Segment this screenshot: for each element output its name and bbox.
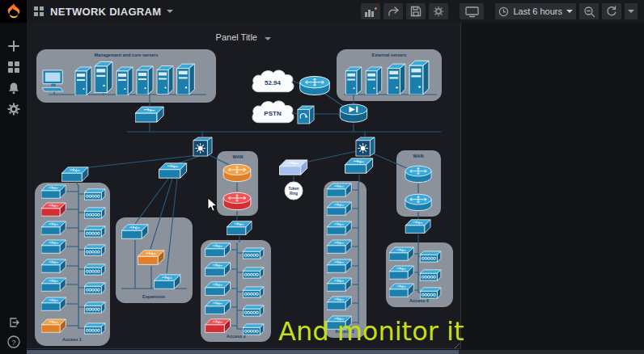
help-button[interactable]: ? (5, 333, 23, 351)
hub-icon (84, 226, 105, 237)
bell-icon (7, 82, 20, 95)
add-panel-button[interactable] (361, 3, 380, 19)
hub-icon (84, 189, 105, 200)
share-icon (388, 6, 400, 17)
network-diagram-panel: Panel Title (27, 23, 461, 349)
tv-monitor-icon (465, 6, 479, 18)
switch-icon (205, 243, 231, 257)
configuration-button[interactable] (5, 100, 23, 118)
switch-icon (280, 160, 307, 175)
help-glyph: ? (11, 338, 15, 347)
save-icon (410, 6, 422, 17)
server-icon (366, 67, 381, 95)
hub-icon (243, 306, 264, 316)
gear-icon (433, 6, 444, 17)
token-ring-label: Ring (290, 192, 298, 196)
switch-icon (205, 263, 231, 276)
gateway-router-icon (340, 104, 366, 122)
share-button[interactable] (383, 3, 403, 19)
server-icon (345, 67, 361, 95)
refresh-icon (606, 6, 617, 17)
add-panel-icon (364, 6, 377, 18)
sidebar-bottom-menu: ? (0, 314, 27, 351)
switch-icon (41, 278, 66, 291)
cloud-label: PSTN (264, 110, 282, 117)
hub-icon (84, 264, 105, 275)
switch-icon (389, 247, 413, 260)
switch-icon (327, 240, 351, 253)
zoom-out-button[interactable] (579, 3, 599, 19)
annotation-text: And monitor it (278, 316, 464, 347)
alerting-button[interactable] (5, 79, 23, 97)
switch-icon (205, 282, 231, 296)
switch-icon (327, 202, 351, 215)
navbar: NETWORK DIAGRAM (27, 0, 644, 23)
grafana-logo[interactable] (0, 0, 27, 23)
clock-icon (498, 6, 509, 17)
voice-gateway-icon (298, 106, 314, 124)
router-icon (223, 164, 251, 181)
group-label: Expansion (142, 294, 165, 299)
switch-icon (327, 183, 351, 196)
group-label: Management and core servers (94, 53, 158, 57)
switch-icon (327, 297, 351, 310)
hub-icon (420, 288, 441, 298)
server-icon (95, 61, 112, 92)
hub-icon (84, 302, 105, 313)
server-icon (177, 64, 195, 95)
hub-icon (84, 323, 105, 334)
server-icon (409, 61, 429, 95)
switch-icon (138, 251, 164, 265)
switch-icon (41, 221, 66, 234)
switch-icon (389, 266, 413, 279)
sign-out-icon (7, 316, 20, 329)
group-label: External servers (372, 53, 407, 57)
switch-icon (41, 297, 66, 310)
dashboard-grid-icon (33, 6, 44, 17)
sign-out-button[interactable] (5, 314, 23, 331)
panel-title: Panel Title (216, 32, 257, 42)
hub-icon (84, 208, 105, 218)
group-label: Access 4 (409, 298, 430, 303)
token-ring-label: Token (289, 187, 299, 191)
refresh-button[interactable] (602, 3, 621, 19)
switch-icon (327, 278, 351, 291)
navbar-left: NETWORK DIAGRAM (33, 6, 173, 18)
switch-icon (41, 203, 66, 216)
cloud-label: 52.94 (265, 79, 282, 86)
dashboard-title-caret-icon[interactable] (167, 10, 173, 13)
panel-menu-caret-icon (265, 37, 271, 40)
hub-icon (420, 270, 441, 280)
next-panel-row-edge (27, 350, 644, 354)
hub-icon (243, 287, 264, 297)
panel-settings-button[interactable] (429, 3, 448, 19)
switch-icon (41, 259, 66, 272)
time-range-label: Last 6 hours (513, 6, 562, 16)
switch-icon (327, 259, 351, 272)
refresh-interval-dropdown[interactable] (625, 3, 638, 19)
switch-icon (154, 275, 180, 289)
zoom-out-icon (583, 6, 595, 18)
cycle-view-button[interactable] (460, 3, 484, 19)
plus-icon (7, 40, 20, 53)
time-range-picker[interactable]: Last 6 hours (495, 3, 576, 19)
help-icon: ? (6, 335, 21, 349)
switch-icon (227, 221, 252, 235)
server-icon (75, 67, 91, 95)
create-button[interactable] (5, 37, 23, 55)
grafana-app: ? NETWORK DIAGRAM (0, 0, 644, 354)
panel-header[interactable]: Panel Title (27, 29, 460, 44)
dashboard-title[interactable]: NETWORK DIAGRAM (50, 6, 161, 18)
save-button[interactable] (406, 3, 426, 19)
hub-icon (243, 268, 264, 278)
group-label: WAN (233, 154, 244, 159)
sidebar-menu (0, 37, 27, 118)
mouse-cursor (207, 197, 218, 213)
grafana-flame-icon (5, 2, 23, 20)
switch-icon (327, 221, 351, 234)
network-diagram-canvas: Management and core servers External ser… (27, 23, 461, 349)
server-icon (388, 64, 405, 95)
switch-icon (389, 284, 413, 297)
group-label: Access 1 (62, 337, 82, 342)
dashboards-button[interactable] (5, 58, 23, 76)
